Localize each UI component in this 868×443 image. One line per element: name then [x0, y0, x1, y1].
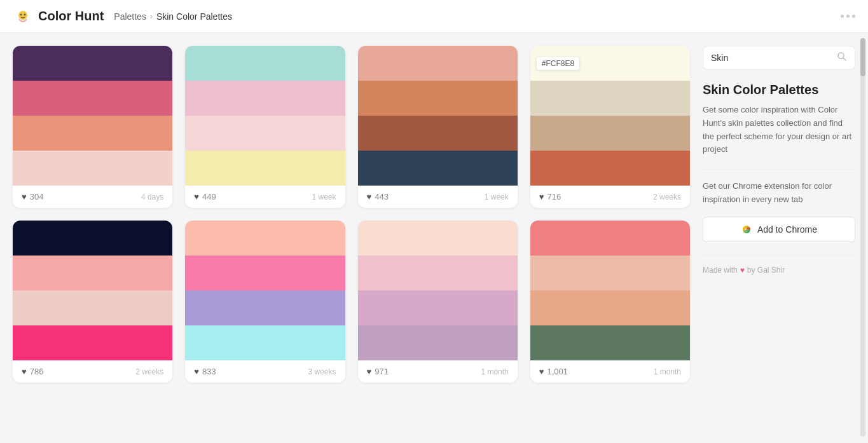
like-count: 443 — [375, 192, 389, 201]
dot1 — [841, 15, 844, 18]
palette-likes[interactable]: ♥ 449 — [194, 192, 216, 201]
palette-card[interactable]: ♥ 449 1 week — [185, 46, 345, 208]
palette-meta: ♥ 833 3 weeks — [185, 360, 345, 383]
palette-colors — [185, 221, 345, 360]
color-swatch[interactable] — [185, 256, 345, 290]
like-count: 786 — [30, 367, 44, 376]
color-swatch[interactable] — [530, 116, 690, 151]
color-swatch[interactable] — [358, 325, 518, 360]
palette-meta: ♥ 971 1 month — [358, 360, 518, 383]
logo-link[interactable]: Color Hunt — [13, 6, 104, 27]
palette-time: 2 weeks — [135, 367, 163, 376]
color-swatch[interactable] — [13, 290, 172, 325]
palette-time: 1 week — [485, 193, 509, 201]
color-swatch[interactable] — [185, 221, 345, 256]
palette-meta: ♥ 443 1 week — [358, 186, 518, 208]
color-swatch[interactable] — [358, 221, 518, 256]
palette-card[interactable]: ♥ 1,001 1 month — [530, 221, 690, 383]
like-heart-icon[interactable]: ♥ — [22, 192, 27, 201]
color-swatch[interactable] — [13, 81, 172, 116]
breadcrumb: Palettes › Skin Color Palettes — [114, 11, 232, 22]
palette-time: 1 month — [654, 367, 681, 376]
color-hex-tooltip: #FCF8E8 — [537, 57, 579, 70]
like-count: 833 — [202, 367, 216, 376]
scrollbar-track[interactable] — [860, 38, 865, 395]
header-menu-dots[interactable] — [841, 15, 855, 18]
palette-meta: ♥ 304 4 days — [13, 186, 172, 208]
sidebar: Skin Color Palettes Get some color inspi… — [703, 46, 855, 383]
color-swatch[interactable] — [358, 256, 518, 290]
palette-likes[interactable]: ♥ 304 — [22, 192, 43, 201]
color-swatch[interactable] — [358, 151, 518, 186]
svg-point-2 — [20, 13, 22, 15]
sidebar-description: Get some color inspiration with Color Hu… — [703, 104, 855, 156]
color-swatch[interactable] — [530, 256, 690, 290]
made-with-text: Made with — [703, 266, 738, 275]
color-swatch[interactable] — [530, 325, 690, 360]
palette-meta: ♥ 716 2 weeks — [530, 186, 690, 208]
breadcrumb-palettes[interactable]: Palettes — [114, 11, 146, 22]
dot3 — [852, 15, 855, 18]
palette-card[interactable]: ♥ 786 2 weeks — [13, 221, 172, 383]
color-swatch[interactable] — [13, 256, 172, 290]
palette-card[interactable]: ♥ 443 1 week — [358, 46, 518, 208]
like-count: 1,001 — [547, 367, 568, 376]
logo-text: Color Hunt — [38, 9, 104, 24]
palette-meta: ♥ 449 1 week — [185, 186, 345, 208]
color-swatch[interactable] — [185, 81, 345, 116]
like-heart-icon[interactable]: ♥ — [539, 192, 544, 201]
like-count: 449 — [202, 192, 216, 201]
like-heart-icon[interactable]: ♥ — [22, 367, 27, 376]
svg-line-7 — [843, 58, 846, 60]
color-swatch[interactable] — [358, 81, 518, 116]
palette-likes[interactable]: ♥ 443 — [367, 192, 389, 201]
palette-card[interactable]: ♥ 971 1 month — [358, 221, 518, 383]
search-icon[interactable] — [837, 51, 847, 64]
logo-icon — [13, 6, 33, 27]
palette-likes[interactable]: ♥ 1,001 — [539, 367, 568, 376]
palette-likes[interactable]: ♥ 716 — [539, 192, 561, 201]
like-heart-icon[interactable]: ♥ — [367, 367, 372, 376]
palette-card[interactable]: #FCF8E8 ♥ 716 2 weeks — [530, 46, 690, 208]
palette-likes[interactable]: ♥ 971 — [367, 367, 389, 376]
scrollbar-thumb[interactable] — [860, 38, 865, 76]
color-swatch[interactable] — [358, 46, 518, 81]
palette-meta: ♥ 786 2 weeks — [13, 360, 172, 383]
like-heart-icon[interactable]: ♥ — [367, 192, 372, 201]
color-swatch[interactable] — [530, 290, 690, 325]
like-heart-icon[interactable]: ♥ — [194, 192, 199, 201]
color-swatch[interactable] — [13, 151, 172, 186]
main-container: ♥ 304 4 days ♥ 449 1 week ♥ 443 1 week #… — [0, 33, 868, 395]
like-heart-icon[interactable]: ♥ — [539, 367, 544, 376]
like-heart-icon[interactable]: ♥ — [194, 367, 199, 376]
color-swatch[interactable] — [185, 290, 345, 325]
color-swatch[interactable] — [530, 151, 690, 186]
color-swatch[interactable] — [185, 151, 345, 186]
add-to-chrome-button[interactable]: Add to Chrome — [703, 217, 855, 242]
color-swatch[interactable] — [13, 325, 172, 360]
color-swatch[interactable] — [13, 221, 172, 256]
color-swatch[interactable] — [530, 221, 690, 256]
like-count: 304 — [30, 192, 44, 201]
palette-time: 3 weeks — [308, 367, 336, 376]
heart-icon: ♥ — [740, 266, 745, 275]
palette-likes[interactable]: ♥ 786 — [22, 367, 43, 376]
color-swatch[interactable] — [13, 46, 172, 81]
palette-card[interactable]: ♥ 304 4 days — [13, 46, 172, 208]
color-swatch[interactable] — [530, 81, 690, 116]
color-swatch[interactable] — [358, 116, 518, 151]
breadcrumb-current: Skin Color Palettes — [156, 11, 232, 22]
palette-colors — [530, 221, 690, 360]
color-swatch[interactable]: #FCF8E8 — [530, 46, 690, 81]
color-swatch[interactable] — [185, 46, 345, 81]
search-input[interactable] — [711, 53, 832, 63]
color-swatch[interactable] — [185, 325, 345, 360]
palette-card[interactable]: ♥ 833 3 weeks — [185, 221, 345, 383]
like-count: 716 — [547, 192, 561, 201]
chrome-logo-icon — [741, 224, 752, 235]
search-box — [703, 46, 855, 70]
color-swatch[interactable] — [13, 116, 172, 151]
color-swatch[interactable] — [185, 116, 345, 151]
palette-likes[interactable]: ♥ 833 — [194, 367, 216, 376]
color-swatch[interactable] — [358, 290, 518, 325]
